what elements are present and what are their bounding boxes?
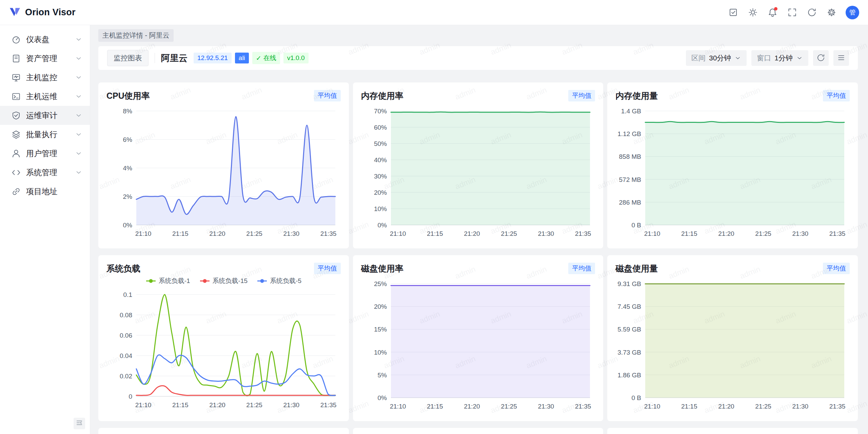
batch-layers-icon (12, 130, 21, 139)
chevron-down-icon (75, 112, 82, 119)
task-check-icon (729, 8, 738, 17)
user-avatar[interactable]: 管 (846, 6, 859, 19)
svg-text:858 MB: 858 MB (619, 153, 641, 160)
link-icon (12, 187, 21, 196)
chart-plot: 0%10%20%30%40%50%60%70%21:1021:1521:2021… (361, 105, 595, 240)
svg-text:5%: 5% (377, 372, 387, 379)
theme-light-icon (748, 8, 757, 17)
legend-item[interactable]: 系统负载-1 (146, 277, 190, 285)
sidebar-item-仪表盘[interactable]: 仪表盘 (0, 30, 90, 49)
svg-text:21:25: 21:25 (501, 403, 517, 410)
settings-gear-icon-button[interactable] (824, 5, 839, 20)
notification-bell-icon-button[interactable] (765, 5, 780, 20)
chevron-down-icon (75, 131, 82, 138)
chart-plot: 00.020.040.060.080.121:1021:1521:2021:25… (106, 288, 341, 411)
svg-text:21:15: 21:15 (681, 403, 697, 410)
svg-text:572 MB: 572 MB (619, 176, 641, 183)
theme-light-icon-button[interactable] (745, 5, 760, 20)
sidebar-item-label: 用户管理 (26, 148, 70, 159)
chevron-down-icon (75, 74, 82, 81)
chevron-down-icon (734, 55, 741, 61)
svg-text:0.02: 0.02 (120, 373, 132, 380)
legend-item[interactable]: 系统负载-15 (200, 277, 248, 285)
refresh-icon-button[interactable] (804, 5, 819, 20)
svg-text:0.08: 0.08 (120, 312, 132, 319)
sidebar-collapse-button[interactable] (74, 418, 85, 429)
chevron-down-icon (796, 55, 803, 61)
task-check-icon-button[interactable] (726, 5, 741, 20)
svg-text:0 B: 0 B (632, 394, 642, 401)
dashboard-icon (12, 35, 21, 44)
chevron-down-icon (75, 36, 82, 43)
svg-text:3.73 GB: 3.73 GB (618, 349, 642, 356)
svg-text:30%: 30% (374, 173, 387, 180)
chart-plot: 0 B1.86 GB3.73 GB5.59 GB7.45 GB9.31 GB21… (615, 278, 850, 413)
sidebar-item-运维审计[interactable]: 运维审计 (0, 106, 90, 125)
svg-text:21:10: 21:10 (644, 403, 660, 410)
monitor-chart-button[interactable]: 监控图表 (107, 50, 149, 66)
chevron-down-icon (75, 93, 82, 100)
legend-label: 系统负载-15 (213, 277, 248, 285)
host-ops-icon (12, 92, 21, 101)
logo-icon (9, 6, 21, 19)
svg-text:21:20: 21:20 (209, 401, 225, 409)
svg-text:21:15: 21:15 (427, 230, 443, 237)
settings-gear-icon (827, 8, 836, 17)
toolbar-right: 区间 30分钟 窗口 1分钟 (686, 50, 849, 66)
user-icon (12, 149, 21, 158)
sidebar-item-资产管理[interactable]: 资产管理 (0, 49, 90, 68)
svg-text:0%: 0% (123, 222, 133, 229)
refresh-charts-button[interactable] (813, 50, 829, 66)
svg-text:21:35: 21:35 (575, 403, 591, 410)
sidebar-item-label: 批量执行 (26, 129, 70, 140)
chart-list-button[interactable] (833, 50, 849, 66)
svg-text:21:25: 21:25 (755, 230, 772, 237)
sidebar-item-用户管理[interactable]: 用户管理 (0, 144, 90, 163)
collapse-icon (76, 419, 83, 428)
host-tag: v1.0.0 (283, 53, 309, 63)
svg-text:20%: 20% (374, 189, 387, 196)
chevron-down-icon (734, 55, 741, 61)
window-select[interactable]: 窗口 1分钟 (751, 50, 808, 66)
chart-plot: 0%5%10%15%20%25%21:1021:1521:2021:2521:3… (361, 278, 595, 413)
svg-text:25%: 25% (374, 280, 387, 287)
svg-text:15%: 15% (374, 326, 387, 333)
chart-card-系统负载: 系统负载平均值系统负载-1系统负载-15系统负载-500.020.040.060… (98, 255, 349, 421)
system-code-icon (12, 168, 21, 177)
sidebar-item-批量执行[interactable]: 批量执行 (0, 125, 90, 144)
average-badge: 平均值 (314, 90, 341, 101)
legend-item[interactable]: 系统负载-5 (257, 277, 301, 285)
assets-icon (12, 54, 21, 63)
svg-text:6%: 6% (123, 136, 133, 143)
chart-card-磁盘使用率: 磁盘使用率平均值0%5%10%15%20%25%21:1021:1521:202… (353, 255, 604, 421)
sidebar: 仪表盘资产管理主机监控主机运维运维审计批量执行用户管理系统管理项目地址 (0, 25, 90, 434)
interval-label: 区间 (691, 53, 706, 63)
link-icon (12, 187, 21, 196)
chevron-down-icon (75, 55, 82, 62)
sidebar-item-系统管理[interactable]: 系统管理 (0, 163, 90, 182)
interval-value: 30分钟 (709, 53, 731, 63)
svg-text:21:30: 21:30 (283, 230, 300, 237)
chevron-down-icon (796, 55, 803, 61)
breadcrumb-item[interactable]: 主机监控详情 - 阿里云 (98, 29, 174, 42)
fullscreen-icon-button[interactable] (785, 5, 800, 20)
svg-text:21:30: 21:30 (792, 230, 809, 237)
sidebar-item-label: 运维审计 (26, 110, 70, 121)
notification-dot (774, 7, 777, 11)
chevron-down-icon (75, 131, 82, 138)
svg-text:70%: 70% (374, 108, 387, 115)
legend-marker-icon (146, 279, 156, 283)
sidebar-item-主机监控[interactable]: 主机监控 (0, 68, 90, 87)
window-value: 1分钟 (774, 53, 793, 63)
interval-select[interactable]: 区间 30分钟 (686, 50, 747, 66)
window-label: 窗口 (757, 53, 771, 63)
sidebar-item-主机运维[interactable]: 主机运维 (0, 87, 90, 106)
chart-card-partial (98, 428, 349, 434)
chevron-down-icon (75, 169, 82, 176)
chevron-down-icon (75, 169, 82, 176)
app-logo: Orion Visor (9, 6, 76, 19)
svg-text:4%: 4% (123, 165, 133, 172)
svg-text:21:15: 21:15 (172, 401, 189, 409)
svg-text:2%: 2% (123, 193, 133, 200)
sidebar-item-项目地址[interactable]: 项目地址 (0, 182, 90, 201)
